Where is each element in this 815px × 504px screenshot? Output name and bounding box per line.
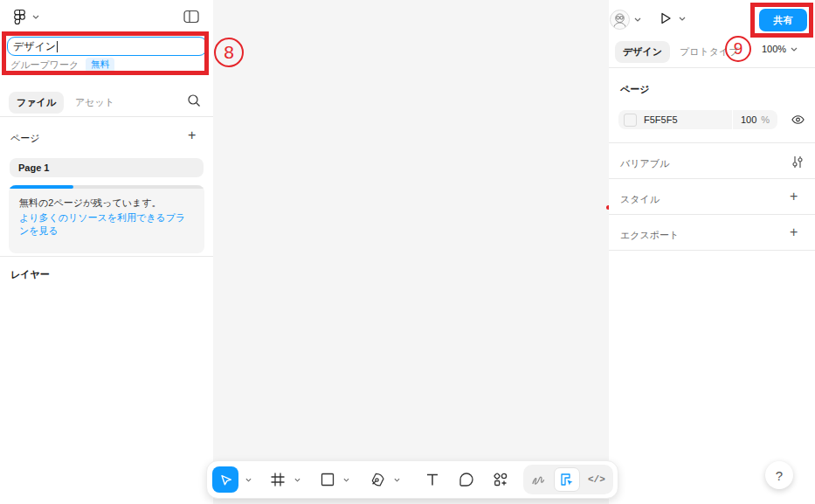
divider [609, 214, 815, 215]
right-sidebar: 共有 デザイン プロトタイプ 100% ページ F5F5F5 100 % [609, 0, 815, 504]
export-section-header[interactable]: エクスポート [620, 229, 679, 242]
play-icon [659, 11, 673, 25]
divider [609, 250, 815, 251]
eye-icon[interactable] [791, 113, 805, 127]
tab-files[interactable]: ファイル [9, 92, 64, 114]
zoom-level-dropdown[interactable]: 100% [762, 44, 798, 54]
right-panel-tabs: デザイン プロトタイプ [615, 41, 742, 63]
fill-opacity-value: 100 [741, 114, 756, 125]
account-menu-button[interactable] [610, 10, 641, 30]
page-usage-progress-fill [9, 185, 73, 189]
move-tool-button[interactable] [212, 466, 238, 493]
page-fill-row: F5F5F5 100 % [618, 110, 777, 129]
page-item-label: Page 1 [18, 162, 49, 173]
bottom-toolbar: </> [206, 460, 618, 499]
actions-icon [493, 472, 508, 487]
file-name-input[interactable]: デザイン [7, 37, 207, 56]
page-usage-progress-track [9, 185, 204, 189]
mode-switcher: </> [523, 465, 613, 494]
frame-icon [270, 472, 286, 487]
present-button[interactable] [659, 11, 686, 25]
pen-tool-button[interactable] [369, 472, 385, 488]
help-button[interactable]: ? [765, 461, 793, 489]
shape-tool-button[interactable] [321, 473, 335, 487]
avatar [610, 10, 630, 30]
add-export-button[interactable]: + [790, 226, 798, 238]
pen-icon [369, 472, 385, 488]
left-panel-tabs: ファイル アセット [9, 92, 117, 114]
divider [0, 116, 213, 117]
variables-section-header[interactable]: バリアブル [620, 157, 669, 170]
annotation-number-8: 8 [214, 38, 244, 67]
comment-tool-button[interactable] [459, 472, 474, 487]
chevron-down-icon [791, 47, 798, 52]
pages-header: ページ [10, 132, 40, 145]
file-meta-row: グループワーク 無料 [10, 58, 114, 72]
plan-limit-notice: 無料の2ページが残っています。 より多くのリソースを利用できるプランを見る [9, 185, 204, 253]
left-sidebar: デザイン グループワーク 無料 ファイル アセット ページ + Page 1 無… [0, 0, 213, 504]
dev-mode-button[interactable]: </> [584, 474, 610, 485]
text-icon [425, 473, 439, 487]
divider [609, 67, 815, 68]
divider [0, 256, 213, 257]
frame-tool-button[interactable] [270, 472, 286, 487]
page-list-item[interactable]: Page 1 [10, 158, 204, 177]
actions-tool-button[interactable] [493, 472, 508, 487]
fill-opacity-unit: % [761, 114, 770, 125]
rectangle-icon [321, 473, 335, 487]
variables-settings-icon[interactable] [791, 155, 804, 169]
fill-color-field[interactable]: F5F5F5 [618, 110, 732, 129]
frame-tool-chevron-icon[interactable] [292, 475, 303, 485]
comment-bubble-icon [459, 472, 474, 487]
plan-badge[interactable]: 無料 [86, 58, 114, 72]
design-canvas[interactable] [213, 0, 609, 504]
chevron-down-icon [634, 17, 641, 22]
figma-logo-icon [12, 9, 27, 25]
file-name-value: デザイン [13, 39, 56, 54]
text-tool-button[interactable] [425, 473, 439, 487]
tab-assets[interactable]: アセット [73, 92, 117, 114]
chevron-down-icon [32, 15, 39, 19]
page-section-header: ページ [620, 83, 650, 96]
zoom-level-value: 100% [762, 44, 786, 54]
move-tool-chevron-icon[interactable] [243, 475, 254, 485]
toggle-sidebar-icon[interactable] [183, 10, 199, 24]
search-icon[interactable] [187, 93, 201, 107]
move-cursor-icon [218, 473, 232, 487]
divider [609, 142, 815, 143]
annotation-number-9: 9 [725, 36, 751, 62]
design-mode-button[interactable] [554, 467, 580, 492]
pen-tool-chevron-icon[interactable] [391, 475, 403, 485]
add-page-button[interactable]: + [188, 129, 196, 142]
divider [609, 178, 815, 179]
chevron-down-icon[interactable] [679, 17, 686, 21]
share-button[interactable]: 共有 [759, 9, 807, 31]
color-swatch[interactable] [624, 114, 637, 127]
text-caret [57, 41, 58, 52]
styles-section-header[interactable]: スタイル [620, 193, 660, 206]
layers-header: レイヤー [10, 268, 50, 281]
scribble-icon [531, 473, 546, 486]
main-menu-button[interactable] [12, 9, 39, 25]
draw-mode-button[interactable] [527, 473, 550, 486]
upgrade-plan-link[interactable]: より多くのリソースを利用できるプランを見る [19, 211, 194, 238]
figma-app-window: デザイン グループワーク 無料 ファイル アセット ページ + Page 1 無… [0, 0, 815, 504]
fill-hex-value: F5F5F5 [644, 114, 678, 125]
fill-opacity-field[interactable]: 100 % [733, 110, 777, 129]
tab-design[interactable]: デザイン [615, 41, 670, 63]
shape-tool-chevron-icon[interactable] [341, 475, 352, 485]
notice-text: 無料の2ページが残っています。 [19, 197, 194, 210]
add-style-button[interactable]: + [790, 190, 798, 203]
project-name[interactable]: グループワーク [10, 59, 79, 72]
design-mode-ruler-icon [560, 473, 574, 487]
